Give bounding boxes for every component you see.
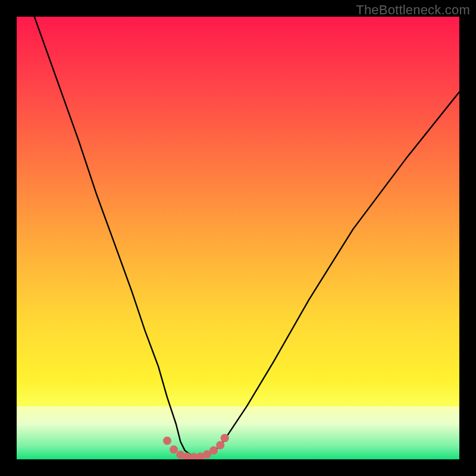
watermark-label: TheBottleneck.com [356, 2, 470, 18]
gradient-plot-area [17, 17, 459, 459]
chart-root: TheBottleneck.com [0, 0, 476, 476]
